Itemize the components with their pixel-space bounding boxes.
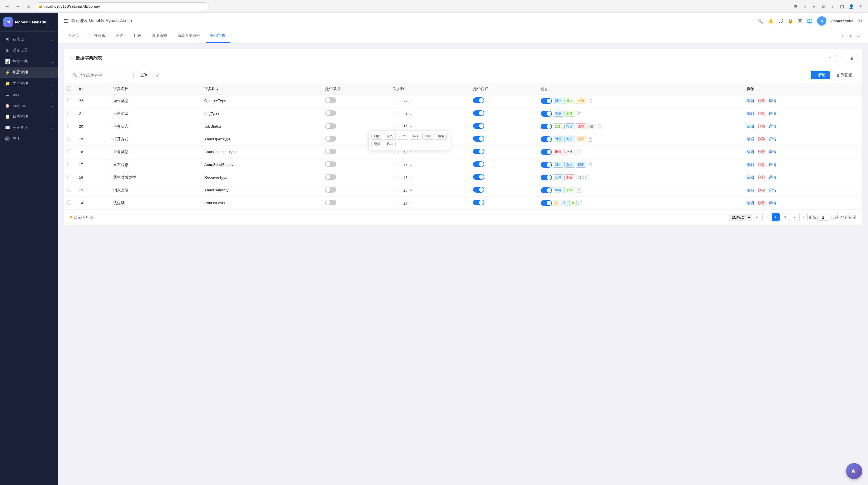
sidebar-item-dev-ref[interactable]: 📖 开发参考 ∨ [0,122,58,133]
detail-link[interactable]: 详情 [769,188,776,192]
edit-link[interactable]: 编辑 [747,111,754,116]
drag-handle[interactable]: ⋮⋮ [393,188,401,193]
row-checkbox[interactable] [67,150,71,154]
tab-role[interactable]: 角色 [111,29,128,43]
print-button[interactable]: 🖨 [848,54,857,62]
search-input[interactable] [79,73,130,77]
tag-more[interactable]: +2 [587,124,595,129]
edit-link[interactable]: 编辑 [747,175,754,180]
sidebar-icon[interactable]: ◫ [838,2,846,10]
row-checkbox[interactable] [67,162,71,166]
update-toggle[interactable] [541,162,552,168]
tag-btn-3[interactable]: 数据 [410,133,421,139]
edit-link[interactable]: 编辑 [747,99,754,103]
toggle-track[interactable] [325,149,336,154]
tag-btn-7[interactable]: 格式 [384,141,396,148]
disabled-toggle[interactable] [325,123,336,129]
builtin-toggle[interactable] [473,149,484,154]
disabled-toggle[interactable] [325,136,336,141]
toggle-track[interactable] [541,162,552,168]
upload-button[interactable]: ↑ [826,54,834,62]
detail-link[interactable]: 详情 [769,162,776,167]
sidebar-item-dashboard[interactable]: ⊞ 仪表盘 ∨ [0,34,58,45]
drag-handle[interactable]: ⋮⋮ [393,99,401,103]
page-2-button[interactable]: 2 [781,213,789,221]
toggle-track[interactable] [473,149,484,154]
sort-handle[interactable]: ≡ [410,111,412,116]
preview-icon[interactable]: 📄 [587,162,592,167]
menu-icon[interactable]: ⋮ [857,2,865,10]
detail-link[interactable]: 详情 [769,137,776,141]
tag-btn-1[interactable]: 导入 [384,133,396,139]
toggle-track[interactable] [541,124,552,129]
sort-handle[interactable]: ≡ [410,99,412,103]
toggle-track[interactable] [541,200,552,206]
preview-icon[interactable]: 📄 [576,188,581,193]
column-config-button[interactable]: ⊟ 列配置 [832,71,857,79]
update-toggle[interactable] [541,200,552,206]
fullscreen-icon[interactable]: ⛶ [778,18,783,24]
edit-link[interactable]: 编辑 [747,137,754,141]
delete-link[interactable]: 删除 [758,137,765,141]
sidebar-item-data-visual[interactable]: 📊 数据可视 ∨ [0,56,58,67]
toggle-track[interactable] [541,187,552,193]
search-button[interactable]: 查询 [136,71,152,79]
builtin-toggle[interactable] [473,200,484,205]
builtin-toggle[interactable] [473,110,484,116]
toggle-track[interactable] [473,174,484,180]
row-checkbox[interactable] [67,98,71,102]
toggle-track[interactable] [473,97,484,103]
goto-input[interactable] [817,214,829,221]
sidebar-item-file-mgmt[interactable]: 📁 文件管理 ∨ [0,78,58,89]
preview-icon[interactable]: 📄 [587,137,592,141]
forward-button[interactable]: → [14,2,22,10]
disabled-toggle[interactable] [325,149,336,154]
update-toggle[interactable] [541,149,552,155]
add-button[interactable]: + 新增 [811,71,830,79]
tab-user[interactable]: 用户 [129,29,146,43]
edit-link[interactable]: 编辑 [747,188,754,192]
update-toggle[interactable] [541,136,552,142]
toggle-track[interactable] [473,187,484,193]
toggle-track[interactable] [325,161,336,167]
delete-link[interactable]: 删除 [758,175,765,180]
toggle-track[interactable] [325,187,336,193]
delete-link[interactable]: 删除 [758,188,765,192]
sidebar-item-oss[interactable]: ☁ oss ∨ [0,89,58,100]
prev-page-button[interactable]: ‹ [762,213,771,221]
preview-icon[interactable]: 📄 [596,124,601,129]
tab-expand-icon[interactable]: ▾ [848,32,853,40]
first-page-button[interactable]: « [753,213,761,221]
tab-analysis[interactable]: 分析页 [64,29,85,43]
sidebar-item-taskjob[interactable]: ⏰ taskjob ∨ [0,100,58,111]
sort-handle[interactable]: ≡ [410,175,412,180]
download-icon[interactable]: ↓ [829,2,837,10]
drag-handle[interactable]: ⋮⋮ [393,201,401,205]
edit-link[interactable]: 编辑 [747,201,754,205]
drag-handle[interactable]: ⋮⋮ [393,175,401,180]
next-page-button[interactable]: › [790,213,798,221]
toggle-track[interactable] [325,174,336,180]
edit-link[interactable]: 编辑 [747,150,754,154]
page-1-button[interactable]: 1 [772,213,780,221]
row-checkbox[interactable] [67,124,71,128]
profile-icon[interactable]: 👤 [847,2,855,10]
sort-handle[interactable]: ≡ [410,124,412,129]
toggle-track[interactable] [541,174,552,181]
sidebar-item-system-settings[interactable]: ⚙ 系统设置 ∨ [0,45,58,56]
menu-toggle-button[interactable]: ☰ [64,18,68,24]
drag-handle[interactable]: ⋮⋮ [393,150,401,154]
drag-handle[interactable]: ⋮⋮ [393,162,401,167]
toggle-track[interactable] [325,123,336,129]
settings-icon[interactable]: ⚙ [858,18,862,24]
builtin-toggle[interactable] [473,97,484,103]
toggle-track[interactable] [541,98,552,104]
delete-link[interactable]: 删除 [758,124,765,129]
tag-btn-4[interactable]: 新建 [423,133,434,139]
tab-new-system-notify[interactable]: 新建系统通告 [173,29,205,43]
row-checkbox[interactable] [67,188,71,192]
sidebar-item-log-mgmt[interactable]: 📋 日志管理 ∨ [0,111,58,122]
disabled-toggle[interactable] [325,97,336,103]
tab-refresh-icon[interactable]: ↻ [840,32,846,40]
notification-icon[interactable]: 🔔 [768,18,774,24]
